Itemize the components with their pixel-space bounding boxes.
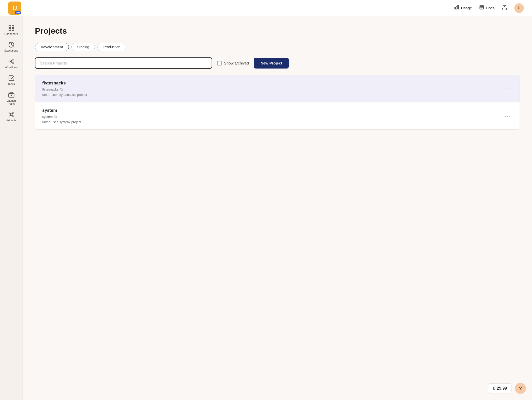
svg-line-29 <box>12 113 13 114</box>
bottom-right: $ 29.99 ? <box>488 383 526 394</box>
project-item-flytesnacks[interactable]: flytesnacks flytesnacks ⧉ union-user 'fl… <box>35 75 520 102</box>
svg-line-28 <box>10 113 11 114</box>
executions-icon <box>8 41 15 48</box>
tab-staging[interactable]: Staging <box>71 43 95 51</box>
team-icon <box>502 5 507 11</box>
workflows-icon <box>8 58 15 65</box>
show-archived-checkbox[interactable] <box>217 61 222 65</box>
svg-line-31 <box>12 115 13 116</box>
svg-rect-1 <box>456 6 457 9</box>
sidebar-label-artifacts: Artifacts <box>6 119 16 122</box>
tab-development[interactable]: Development <box>35 43 69 51</box>
svg-rect-10 <box>9 29 11 31</box>
svg-rect-8 <box>9 26 11 28</box>
project-desc-flytesnacks: union-user 'flytesnacks' project <box>42 93 503 97</box>
sidebar-item-tasks[interactable]: Tasks <box>2 72 21 88</box>
project-info-flytesnacks: flytesnacks flytesnacks ⧉ union-user 'fl… <box>42 81 503 97</box>
logo[interactable]: U Beta <box>8 2 21 15</box>
sidebar-item-executions[interactable]: Executions <box>2 39 21 55</box>
tabs: Development Staging Production <box>35 43 520 51</box>
dashboard-icon <box>8 25 15 31</box>
sidebar-label-workflows: Workflows <box>5 66 18 69</box>
usage-link[interactable]: Usage <box>454 5 472 11</box>
help-button[interactable]: ? <box>515 383 526 394</box>
project-slug-flytesnacks: flytesnacks <box>42 87 58 91</box>
sidebar-item-launch-plans[interactable]: Launch Plans <box>2 89 21 108</box>
sidebar-item-workflows[interactable]: Workflows <box>2 56 21 71</box>
tab-production[interactable]: Production <box>97 43 126 51</box>
project-menu-flytesnacks[interactable]: ··· <box>503 85 513 93</box>
project-list: flytesnacks flytesnacks ⧉ union-user 'fl… <box>35 75 520 130</box>
new-project-button[interactable]: New Project <box>254 58 289 69</box>
layout: Dashboard Executions Workflows T <box>0 16 532 400</box>
cost-value: 29.99 <box>497 386 507 391</box>
project-menu-system[interactable]: ··· <box>503 112 513 120</box>
artifacts-icon <box>8 111 15 118</box>
copy-icon-system[interactable]: ⧉ <box>54 115 57 119</box>
project-slug-row-flytesnacks: flytesnacks ⧉ <box>42 87 503 92</box>
project-item-system[interactable]: system system ⧉ union-user 'system' proj… <box>35 102 520 129</box>
sidebar-item-artifacts[interactable]: Artifacts <box>2 109 21 124</box>
avatar[interactable]: U <box>514 3 524 13</box>
dollar-icon: $ <box>493 386 495 391</box>
cost-badge: $ 29.99 <box>488 383 512 393</box>
sidebar-item-dashboard[interactable]: Dashboard <box>2 22 21 38</box>
main-content: Projects Development Staging Production … <box>23 16 532 400</box>
usage-label: Usage <box>461 6 472 10</box>
sidebar-label-launch-plans: Launch Plans <box>4 99 19 105</box>
copy-icon-flytesnacks[interactable]: ⧉ <box>60 87 63 92</box>
docs-link[interactable]: Docs <box>479 5 495 11</box>
project-name-flytesnacks: flytesnacks <box>42 81 503 86</box>
project-name-system: system <box>42 108 503 113</box>
docs-icon <box>479 5 484 11</box>
sidebar-label-executions: Executions <box>5 49 18 52</box>
page-title: Projects <box>35 26 520 36</box>
search-row: Show archived New Project <box>35 57 520 69</box>
project-slug-system: system <box>42 115 53 119</box>
svg-rect-2 <box>458 6 459 9</box>
sidebar-label-dashboard: Dashboard <box>5 32 18 35</box>
tasks-icon <box>8 75 15 81</box>
beta-tag: Beta <box>15 11 21 14</box>
project-slug-row-system: system ⧉ <box>42 115 503 119</box>
sidebar-label-tasks: Tasks <box>8 82 15 85</box>
docs-label: Docs <box>486 6 495 10</box>
project-info-system: system system ⧉ union-user 'system' proj… <box>42 108 503 124</box>
project-desc-system: union-user 'system' project <box>42 120 503 124</box>
logo-badge: U Beta <box>8 2 21 15</box>
logo-letter: U <box>12 5 17 11</box>
search-input[interactable] <box>35 57 212 69</box>
show-archived-label: Show archived <box>224 61 249 65</box>
topnav: U Beta Usage Docs <box>0 0 532 16</box>
topnav-right: Usage Docs U <box>454 3 524 13</box>
usage-icon <box>454 5 459 11</box>
sidebar: Dashboard Executions Workflows T <box>0 16 23 400</box>
launch-plans-icon <box>8 92 15 98</box>
show-archived-wrap[interactable]: Show archived <box>217 61 249 65</box>
svg-rect-0 <box>455 7 456 9</box>
svg-line-30 <box>10 115 11 116</box>
svg-rect-11 <box>12 29 14 31</box>
svg-rect-9 <box>12 26 14 28</box>
svg-point-7 <box>503 5 505 7</box>
